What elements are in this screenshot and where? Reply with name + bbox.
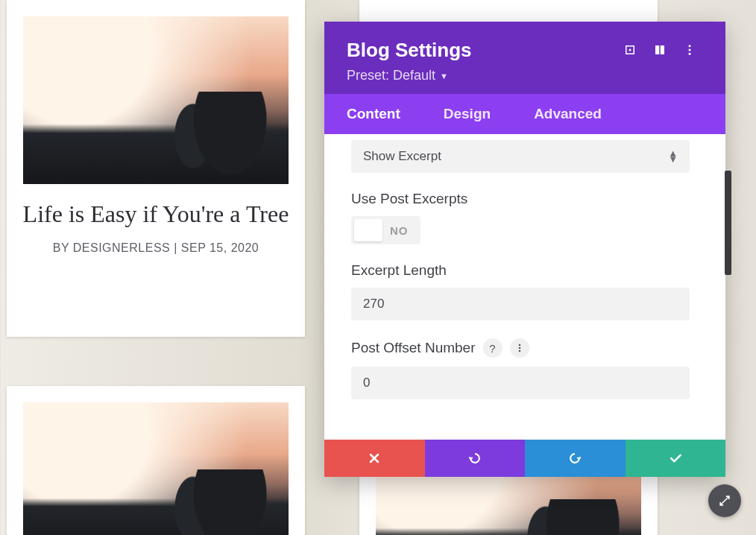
toggle-knob — [354, 219, 382, 241]
select-sort-icon: ▲▼ — [668, 151, 678, 162]
tab-advanced[interactable]: Advanced — [511, 94, 623, 134]
tab-content[interactable]: Content — [324, 94, 421, 134]
post-card: Life is Easy if You're a Tree BY DESIGNE… — [7, 0, 305, 337]
svg-point-5 — [689, 49, 691, 51]
post-thumbnail[interactable] — [23, 402, 289, 535]
use-excerpts-toggle[interactable]: NO — [351, 216, 420, 244]
redo-button[interactable] — [525, 440, 626, 477]
meta-sep: | — [170, 241, 181, 254]
svg-point-4 — [689, 45, 691, 47]
field-options-icon[interactable] — [510, 338, 529, 358]
resize-handle[interactable] — [708, 484, 741, 517]
select-value: Show Excerpt — [363, 149, 441, 164]
use-excerpts-label: Use Post Excerpts — [351, 191, 705, 207]
chevron-down-icon: ▼ — [440, 72, 448, 80]
expand-icon[interactable] — [615, 35, 645, 65]
svg-point-7 — [518, 344, 520, 346]
post-author[interactable]: DESIGNERLESS — [73, 241, 170, 254]
content-length-select[interactable]: Show Excerpt ▲▼ — [351, 140, 690, 173]
post-byline-prefix: BY — [53, 241, 73, 254]
panel-footer — [324, 440, 725, 477]
post-date: SEP 15, 2020 — [181, 241, 259, 254]
field-use-excerpts: Use Post Excerpts NO — [351, 191, 705, 244]
preset-selector[interactable]: Preset: Default ▼ — [347, 68, 705, 83]
field-post-offset: Post Offset Number ? — [351, 338, 705, 399]
columns-icon[interactable] — [645, 35, 675, 65]
more-menu-icon[interactable] — [675, 35, 705, 65]
tab-design[interactable]: Design — [421, 94, 511, 134]
post-meta: BY DESIGNERLESS | SEP 15, 2020 — [7, 241, 305, 255]
post-thumbnail[interactable] — [23, 16, 289, 184]
svg-rect-2 — [655, 45, 659, 54]
svg-rect-3 — [661, 45, 664, 54]
excerpt-length-input[interactable] — [351, 288, 690, 320]
toggle-state: NO — [382, 224, 418, 237]
panel-header: Blog Settings Preset: Default ▼ — [324, 22, 725, 94]
blog-settings-panel: Blog Settings Preset: Default ▼ Content … — [324, 22, 725, 477]
panel-body: Show Excerpt ▲▼ Use Post Excerpts NO Exc… — [324, 134, 725, 440]
post-offset-label: Post Offset Number — [351, 340, 476, 356]
svg-point-6 — [689, 53, 691, 55]
discard-button[interactable] — [324, 440, 425, 477]
excerpt-length-label: Excerpt Length — [351, 262, 705, 279]
preset-label: Preset: Default — [347, 68, 435, 83]
post-offset-input[interactable] — [351, 367, 690, 399]
svg-point-1 — [629, 49, 631, 51]
undo-button[interactable] — [425, 440, 526, 477]
field-excerpt-length: Excerpt Length — [351, 262, 705, 320]
scrollbar-thumb[interactable] — [725, 171, 731, 275]
save-button[interactable] — [626, 440, 726, 477]
help-icon[interactable]: ? — [483, 338, 503, 358]
post-card — [7, 386, 305, 535]
accordion-elements[interactable]: Elements — [351, 429, 690, 440]
svg-point-9 — [518, 350, 520, 352]
post-title[interactable]: Life is Easy if You're a Tree — [22, 200, 290, 228]
svg-point-8 — [518, 347, 520, 349]
panel-title: Blog Settings — [347, 39, 615, 62]
panel-tabs: Content Design Advanced — [324, 94, 725, 134]
